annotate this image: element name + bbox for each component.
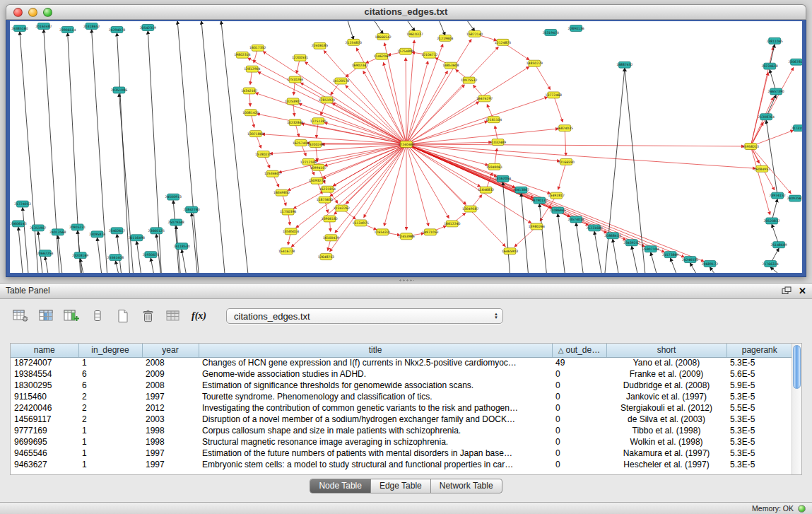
column-header-pagerank[interactable]: pagerank: [726, 344, 792, 357]
graph-node[interactable]: 23974152: [769, 192, 785, 199]
graph-node[interactable]: 11646832: [478, 187, 494, 193]
graph-node[interactable]: 16100429: [323, 235, 339, 241]
graph-node[interactable]: 17654321: [374, 229, 390, 235]
graph-node[interactable]: 16465903: [502, 248, 518, 255]
graph-node[interactable]: 15492817: [548, 192, 565, 199]
graph-node[interactable]: 21254870: [346, 39, 362, 45]
graph-node[interactable]: 25561408: [107, 255, 124, 261]
graph-node[interactable]: 23208169: [72, 252, 88, 259]
table-row[interactable]: 977716911998Corpus callosum shape and si…: [11, 425, 792, 436]
delete-table-button[interactable]: [139, 307, 158, 325]
graph-node[interactable]: 20520837: [764, 218, 780, 224]
graph-node[interactable]: 16474297: [476, 95, 493, 102]
graph-node[interactable]: 21930675: [143, 252, 159, 258]
close-panel-button[interactable]: ✕: [799, 284, 806, 298]
graph-node[interactable]: 15416728: [278, 248, 295, 255]
graph-node[interactable]: 13071869: [247, 131, 264, 137]
graph-node[interactable]: 24294078: [109, 26, 125, 33]
graph-node[interactable]: 21086945: [550, 207, 566, 214]
graph-node[interactable]: 16017352: [249, 45, 266, 51]
table-mode-button[interactable]: [11, 307, 30, 325]
graph-node[interactable]: 25402617: [109, 228, 125, 234]
table-row[interactable]: 969969511998Structural magnetic resonanc…: [11, 436, 792, 448]
graph-node[interactable]: 14120578: [333, 78, 349, 84]
zoom-window-button[interactable]: [43, 8, 52, 17]
graph-node[interactable]: 15958213: [743, 144, 759, 150]
column-header-title[interactable]: title: [199, 344, 552, 357]
graph-node[interactable]: 13585014: [283, 228, 299, 235]
table-row[interactable]: 946362711997Embryonic stem cells: a mode…: [11, 459, 792, 470]
float-panel-button[interactable]: [782, 285, 792, 298]
graph-node[interactable]: 19802316: [234, 52, 250, 58]
graph-node[interactable]: 23162054: [495, 175, 511, 182]
graph-node[interactable]: 17510264: [287, 76, 303, 83]
graph-node[interactable]: 16612240: [444, 221, 460, 227]
graph-node[interactable]: 16902341: [352, 62, 368, 69]
graph-node[interactable]: 23811045: [767, 37, 783, 44]
graph-node[interactable]: 20689172: [702, 261, 718, 267]
graph-node[interactable]: 24500913: [165, 194, 182, 200]
graph-node[interactable]: 16231854: [319, 186, 336, 192]
table-selector[interactable]: citations_edges.txt ▲▼: [226, 308, 503, 324]
graph-node[interactable]: 20234618: [762, 63, 778, 69]
panel-splitter[interactable]: [0, 277, 812, 283]
graph-node[interactable]: 16887452: [616, 62, 632, 68]
graph-node[interactable]: 12104712: [421, 52, 437, 58]
graph-node[interactable]: 10081425: [242, 110, 259, 116]
graph-node[interactable]: 13253907: [285, 98, 301, 105]
graph-node[interactable]: 12166590: [558, 158, 575, 165]
show-columns-button[interactable]: [37, 307, 56, 325]
function-builder-button[interactable]: f(x): [189, 307, 208, 325]
graph-node[interactable]: 13906182: [322, 216, 338, 222]
graph-node[interactable]: 25606143: [10, 221, 26, 227]
graph-node[interactable]: 12161104: [486, 117, 502, 123]
graph-node[interactable]: 17851920: [319, 97, 335, 103]
graph-node[interactable]: 23095874: [89, 231, 105, 238]
graph-node[interactable]: 16874035: [557, 125, 573, 132]
graph-node[interactable]: 21766324: [763, 261, 779, 267]
column-header-name[interactable]: name: [11, 344, 78, 357]
graph-node[interactable]: 23660125: [148, 228, 165, 234]
graph-node[interactable]: 20116498: [129, 235, 145, 241]
minimize-window-button[interactable]: [28, 8, 37, 17]
tab-network-table[interactable]: Network Table: [431, 479, 502, 493]
graph-node[interactable]: 20163487: [35, 23, 52, 29]
graph-node[interactable]: 21573869: [662, 252, 678, 258]
graph-node[interactable]: 20868413: [604, 233, 620, 239]
table-row[interactable]: 2242004622012Investigating the contribut…: [11, 402, 792, 414]
graph-node[interactable]: 18666542: [375, 33, 391, 40]
new-file-button[interactable]: [113, 307, 132, 325]
graph-node[interactable]: 24093561: [787, 195, 802, 201]
graph-node[interactable]: 21724053: [14, 201, 30, 207]
column-header-out_degree[interactable]: △out_de…: [552, 344, 606, 357]
graph-node[interactable]: 23067815: [788, 59, 802, 65]
graph-node[interactable]: 25148609: [770, 242, 787, 248]
graph-node[interactable]: 15754899: [397, 48, 413, 54]
graph-node[interactable]: 11462063: [373, 53, 389, 59]
graph-node[interactable]: 20731904: [791, 125, 802, 132]
delete-columns-button[interactable]: [88, 307, 107, 325]
graph-node[interactable]: 14971053: [422, 229, 438, 235]
graph-node[interactable]: 16257410: [293, 140, 309, 146]
graph-node[interactable]: 24385160: [11, 25, 28, 31]
graph-node[interactable]: 20318652: [83, 23, 100, 29]
graph-node[interactable]: 24657390: [768, 88, 784, 95]
table-row[interactable]: 1938455462009Genome-wide association stu…: [11, 368, 792, 380]
graph-node[interactable]: 23906514: [59, 26, 76, 33]
graph-node[interactable]: 12453986: [398, 233, 414, 240]
column-header-in_degree[interactable]: in_degree: [78, 344, 142, 357]
graph-node[interactable]: 25079348: [168, 219, 184, 226]
tab-node-table[interactable]: Node Table: [310, 479, 371, 493]
graph-node[interactable]: 20905231: [69, 224, 86, 230]
graph-node[interactable]: 23439257: [623, 240, 640, 246]
graph-node[interactable]: 11875630: [317, 197, 333, 203]
graph-node[interactable]: 23574018: [568, 216, 584, 223]
graph-node[interactable]: 20667254: [37, 250, 53, 257]
graph-node[interactable]: 15093274: [309, 177, 325, 184]
graph-node[interactable]: 15949061: [486, 163, 502, 170]
tab-edge-table[interactable]: Edge Table: [371, 479, 431, 493]
create-column-button[interactable]: [62, 307, 81, 325]
graph-node[interactable]: 16349852: [273, 189, 290, 196]
graph-node[interactable]: 24118530: [174, 243, 190, 250]
graph-node[interactable]: 13772468: [546, 92, 562, 98]
